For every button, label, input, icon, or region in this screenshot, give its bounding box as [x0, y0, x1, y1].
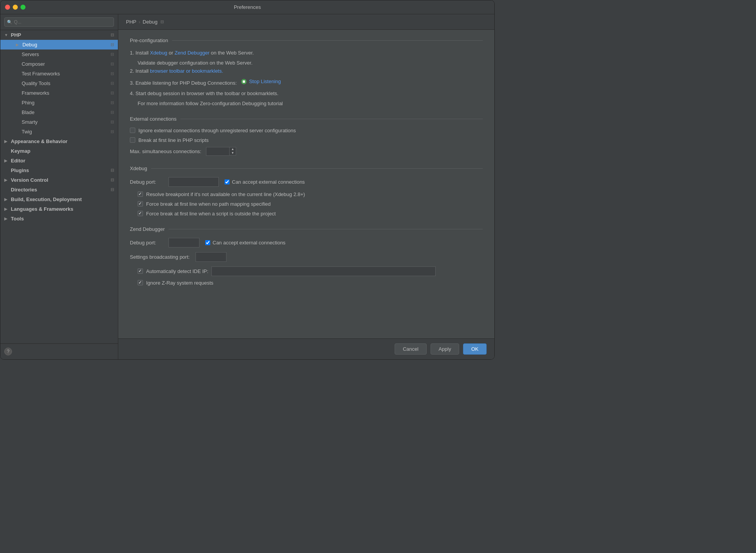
window-title: Preferences	[234, 4, 261, 10]
minimize-button[interactable]	[13, 5, 18, 10]
sidebar-item-debug[interactable]: ▶ Debug ⊟	[0, 40, 118, 49]
zend-debugger-link[interactable]: Zend Debugger	[175, 50, 209, 56]
sidebar-item-smarty[interactable]: Smarty ⊟	[0, 117, 118, 127]
search-icon: 🔍	[7, 20, 12, 25]
breadcrumb-separator: ›	[139, 19, 140, 25]
xdebug-can-accept-label: Can accept external connections	[232, 179, 305, 185]
settings-icon-directories: ⊟	[111, 187, 114, 192]
sidebar-label-tools: Tools	[11, 216, 24, 222]
sidebar-item-blade[interactable]: Blade ⊟	[0, 108, 118, 117]
settings-icon-servers: ⊟	[111, 52, 114, 57]
resolve-breakpoint-label: Resolve breakpoint if it's not available…	[146, 191, 305, 197]
ignore-zray-row: Ignore Z-Ray system requests	[138, 280, 483, 286]
sidebar-label-build-execution: Build, Execution, Deployment	[11, 196, 82, 202]
force-break-no-path-checkbox[interactable]	[138, 201, 143, 207]
sidebar-item-servers[interactable]: Servers ⊟	[0, 49, 118, 59]
sidebar: 🔍 ▼ PHP ⊟ ▶ Debug ⊟ Se	[0, 14, 118, 359]
sidebar-label-appearance-behavior: Appearance & Behavior	[11, 138, 68, 144]
settings-icon-frameworks: ⊟	[111, 90, 114, 96]
preconfiguration-title: Pre-configuration	[130, 38, 483, 43]
settings-icon-version-control: ⊟	[111, 178, 114, 183]
expand-icon-tools: ▶	[4, 217, 9, 221]
xdebug-can-accept-checkbox[interactable]	[225, 179, 230, 184]
stop-listening-button[interactable]: Stop Listening	[241, 78, 281, 85]
sidebar-label-directories: Directories	[11, 187, 37, 193]
settings-icon-plugins: ⊟	[111, 168, 114, 173]
sidebar-item-build-execution[interactable]: ▶ Build, Execution, Deployment	[0, 195, 118, 204]
help-button[interactable]: ?	[4, 348, 12, 355]
xdebug-link[interactable]: Xdebug	[150, 50, 167, 56]
sidebar-item-composer[interactable]: Composer ⊟	[0, 59, 118, 69]
sidebar-item-editor[interactable]: ▶ Editor	[0, 156, 118, 166]
search-box: 🔍	[0, 14, 118, 30]
traffic-lights	[5, 5, 26, 10]
sidebar-label-editor: Editor	[11, 158, 26, 164]
resolve-breakpoint-row: Resolve breakpoint if it's not available…	[138, 191, 483, 197]
sidebar-item-tools[interactable]: ▶ Tools	[0, 214, 118, 224]
zend-port-input[interactable]: 10137	[169, 238, 199, 247]
zend-debugger-title: Zend Debugger	[130, 226, 483, 232]
force-break-outside-checkbox[interactable]	[138, 211, 143, 216]
sidebar-item-version-control[interactable]: ▶ Version Control ⊟	[0, 175, 118, 185]
zero-config-link[interactable]: Zero-configuration Debugging tutorial	[200, 101, 283, 106]
apply-button[interactable]: Apply	[431, 343, 460, 355]
settings-icon-debug: ⊟	[111, 42, 114, 47]
zend-debugger-section: Zend Debugger Debug port: 10137 Can acce…	[130, 226, 483, 286]
ok-button[interactable]: OK	[463, 343, 487, 355]
settings-icon-smarty: ⊟	[111, 119, 114, 125]
settings-icon-twig: ⊟	[111, 129, 114, 134]
main-content: 🔍 ▼ PHP ⊟ ▶ Debug ⊟ Se	[0, 14, 494, 359]
breadcrumb-menu-icon[interactable]: ⊟	[160, 19, 164, 24]
sidebar-item-directories[interactable]: Directories ⊟	[0, 185, 118, 195]
sidebar-item-keymap[interactable]: Keymap	[0, 146, 118, 156]
validate-link[interactable]: Validate	[138, 60, 155, 66]
cancel-button[interactable]: Cancel	[395, 343, 426, 355]
sidebar-item-twig[interactable]: Twig ⊟	[0, 127, 118, 137]
sidebar-item-quality-tools[interactable]: Quality Tools ⊟	[0, 79, 118, 88]
browser-toolbar-link[interactable]: browser toolbar or bookmarklets.	[150, 68, 223, 74]
ide-ip-input[interactable]: 172.23.164.104,127.0.0.1	[211, 266, 436, 276]
max-connections-spinner: 3 ▲ ▼	[206, 147, 236, 156]
auto-detect-label: Automatically detect IDE IP:	[146, 268, 208, 274]
zend-settings-port-row: Settings broadcasting port: 20080	[130, 252, 483, 262]
spinner-down-button[interactable]: ▼	[230, 151, 236, 155]
max-connections-input[interactable]: 3	[206, 147, 229, 156]
ignore-zray-checkbox[interactable]	[138, 280, 143, 285]
sidebar-label-composer: Composer	[22, 61, 45, 67]
maximize-button[interactable]	[20, 5, 26, 10]
sidebar-item-appearance-behavior[interactable]: ▶ Appearance & Behavior	[0, 137, 118, 146]
sidebar-label-quality-tools: Quality Tools	[22, 80, 50, 86]
sidebar-item-plugins[interactable]: Plugins ⊟	[0, 166, 118, 175]
search-wrapper: 🔍	[4, 17, 114, 27]
sidebar-item-phing[interactable]: Phing ⊟	[0, 98, 118, 108]
sidebar-item-languages-frameworks[interactable]: ▶ Languages & Frameworks	[0, 204, 118, 214]
zend-can-accept-checkbox[interactable]	[205, 240, 210, 245]
auto-detect-checkbox[interactable]	[138, 268, 143, 274]
sidebar-label-blade: Blade	[22, 109, 34, 115]
resolve-breakpoint-checkbox[interactable]	[138, 191, 143, 197]
expand-icon-debug: ▶	[16, 43, 20, 47]
xdebug-section: Xdebug Debug port: 9000 Can accept exter…	[130, 166, 483, 217]
zend-settings-port-input[interactable]: 20080	[196, 252, 226, 262]
search-input[interactable]	[4, 17, 114, 27]
expand-icon-appearance: ▶	[4, 139, 9, 143]
ignore-external-label: Ignore external connections through unre…	[138, 128, 296, 133]
sidebar-item-frameworks[interactable]: Frameworks ⊟	[0, 88, 118, 98]
break-first-line-checkbox[interactable]	[130, 137, 135, 143]
sidebar-item-php[interactable]: ▼ PHP ⊟	[0, 30, 118, 40]
force-break-no-path-label: Force break at first line when no path m…	[146, 201, 271, 207]
ignore-external-checkbox[interactable]	[130, 128, 135, 133]
sidebar-item-test-frameworks[interactable]: Test Frameworks ⊟	[0, 69, 118, 79]
preconfiguration-section: Pre-configuration 1. Install Xdebug or Z…	[130, 38, 483, 106]
preconfiguration-step4: 4. Start debug session in browser with t…	[130, 90, 483, 97]
xdebug-port-input[interactable]: 9000	[169, 177, 219, 187]
break-first-line-label: Break at first line in PHP scripts	[138, 137, 209, 143]
svg-rect-1	[243, 80, 245, 83]
auto-detect-row: Automatically detect IDE IP: 172.23.164.…	[138, 266, 483, 276]
sidebar-label-languages-frameworks: Languages & Frameworks	[11, 206, 73, 212]
expand-icon-languages: ▶	[4, 207, 9, 211]
break-first-line-checkbox-row: Break at first line in PHP scripts	[130, 137, 483, 143]
close-button[interactable]	[5, 5, 10, 10]
titlebar: Preferences	[0, 0, 494, 14]
spinner-up-button[interactable]: ▲	[230, 147, 236, 151]
